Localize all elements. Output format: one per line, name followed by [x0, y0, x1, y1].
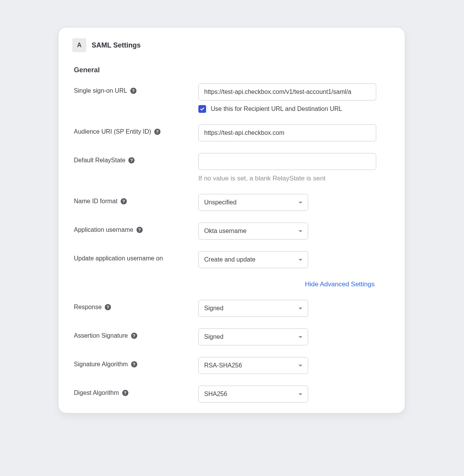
card-header: A SAML Settings [72, 38, 391, 52]
help-icon[interactable]: ? [122, 390, 128, 396]
input-audience-uri[interactable] [198, 124, 376, 141]
chevron-down-icon [299, 202, 302, 204]
checkbox-label-use-recipient: Use this for Recipient URL and Destinati… [211, 105, 342, 112]
label-relay-state: Default RelayState [74, 157, 125, 164]
help-icon[interactable]: ? [128, 157, 135, 163]
row-signature-algorithm: Signature Algorithm ? RSA-SHA256 [72, 357, 391, 374]
select-value: Okta username [204, 228, 246, 235]
chevron-down-icon [299, 365, 302, 367]
label-assertion-signature: Assertion Signature [74, 332, 128, 339]
card-title: SAML Settings [92, 41, 141, 49]
row-sso-url: Single sign-on URL ? Use this for Recipi… [72, 83, 391, 113]
row-relay-state: Default RelayState ? If no value is set,… [72, 153, 391, 182]
label-app-username: Application username [74, 226, 133, 233]
label-audience-uri: Audience URI (SP Entity ID) [74, 128, 151, 135]
help-icon[interactable]: ? [105, 304, 111, 310]
row-update-on: Update application username on Create an… [72, 251, 391, 268]
chevron-down-icon [299, 259, 302, 261]
select-value: SHA256 [204, 391, 227, 398]
select-digest-algorithm[interactable]: SHA256 [198, 386, 308, 403]
select-update-on[interactable]: Create and update [198, 251, 308, 268]
chevron-down-icon [299, 230, 302, 232]
step-badge: A [72, 38, 86, 52]
chevron-down-icon [299, 336, 302, 338]
label-update-on: Update application username on [74, 255, 163, 262]
label-signature-algorithm: Signature Algorithm [74, 361, 128, 368]
select-value: RSA-SHA256 [204, 362, 242, 369]
input-relay-state[interactable] [198, 153, 376, 170]
select-name-id-format[interactable]: Unspecified [198, 194, 308, 211]
chevron-down-icon [299, 308, 302, 309]
label-digest-algorithm: Digest Algorithm [74, 389, 119, 396]
select-response[interactable]: Signed [198, 300, 308, 317]
hint-relay-state: If no value is set, a blank RelayState i… [198, 175, 391, 182]
label-sso-url: Single sign-on URL [74, 87, 127, 94]
input-sso-url[interactable] [198, 83, 376, 100]
select-value: Signed [204, 333, 223, 340]
help-icon[interactable]: ? [130, 88, 136, 94]
saml-settings-card: A SAML Settings General Single sign-on U… [58, 27, 405, 413]
row-digest-algorithm: Digest Algorithm ? SHA256 [72, 386, 391, 403]
label-response: Response [74, 304, 102, 311]
row-audience-uri: Audience URI (SP Entity ID) ? [72, 124, 391, 141]
row-assertion-signature: Assertion Signature ? Signed [72, 328, 391, 345]
help-icon[interactable]: ? [121, 198, 127, 204]
help-icon[interactable]: ? [131, 361, 137, 367]
select-assertion-signature[interactable]: Signed [198, 328, 308, 345]
select-app-username[interactable]: Okta username [198, 223, 308, 240]
select-value: Create and update [204, 256, 256, 263]
label-name-id-format: Name ID format [74, 198, 118, 205]
help-icon[interactable]: ? [136, 227, 143, 233]
help-icon[interactable]: ? [154, 129, 160, 135]
check-icon [200, 107, 205, 111]
row-name-id-format: Name ID format ? Unspecified [72, 194, 391, 211]
checkbox-row-use-recipient: Use this for Recipient URL and Destinati… [198, 105, 391, 113]
row-response: Response ? Signed [72, 300, 391, 317]
help-icon[interactable]: ? [131, 333, 137, 339]
advanced-toggle-row: Hide Advanced Settings [72, 280, 375, 288]
chevron-down-icon [299, 393, 302, 395]
select-value: Unspecified [204, 199, 237, 206]
select-value: Signed [204, 305, 223, 312]
row-app-username: Application username ? Okta username [72, 223, 391, 240]
checkbox-use-recipient[interactable] [198, 105, 206, 113]
select-signature-algorithm[interactable]: RSA-SHA256 [198, 357, 308, 374]
link-hide-advanced-settings[interactable]: Hide Advanced Settings [305, 280, 375, 288]
section-general-title: General [72, 66, 391, 74]
